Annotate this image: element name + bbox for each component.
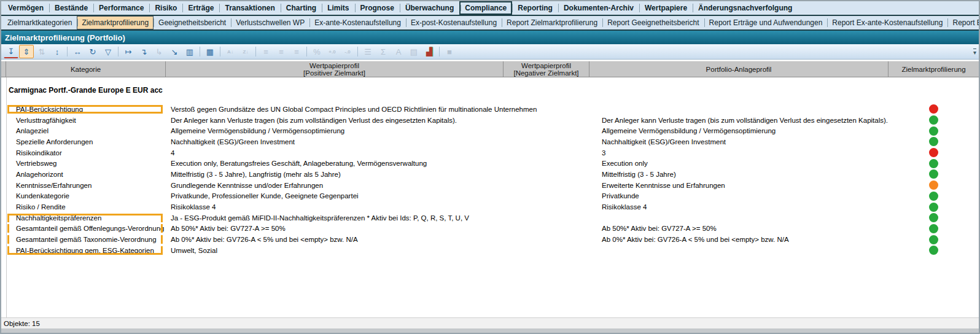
- portfolio-name: Carmignac Portf.-Grande Europe E EUR acc: [9, 86, 163, 95]
- subtab-report-ex-post-kostenaufstellung[interactable]: Report Ex-post-Kostenaufstellung: [947, 16, 980, 29]
- portfolio-anlageprofil-cell[interactable]: Nachhaltigkeit (ESG)/Green Investment: [589, 138, 889, 146]
- category-cell[interactable]: Verlusttragfähigkeit: [6, 117, 166, 124]
- wertpapierprofil-positiv-cell[interactable]: Der Anleger kann Verluste tragen (bis zu…: [166, 117, 504, 124]
- zielmarktprofilierung-cell[interactable]: [889, 246, 979, 255]
- zielmarktprofilierung-cell[interactable]: [889, 169, 979, 179]
- subtab-zielmarktkategorien[interactable]: Zielmarktkategorien: [2, 16, 77, 29]
- portfolio-anlageprofil-cell[interactable]: Mittelfristig (3 - 5 Jahre): [589, 171, 889, 178]
- column-insert-icon[interactable]: ↴: [136, 45, 151, 58]
- category-cell[interactable]: Kenntnisse/Erfahrungen: [6, 182, 166, 189]
- menu-tab-risiko[interactable]: Risiko: [149, 1, 182, 15]
- subtab-ex-post-kostenaufstellung[interactable]: Ex-post-Kostenaufstellung: [406, 16, 502, 29]
- subtab-verlustschwellen-wp[interactable]: Verlustschwellen WP: [231, 16, 309, 29]
- category-cell[interactable]: Risikoindikator: [6, 149, 166, 157]
- freeze-columns-icon[interactable]: ▦: [203, 45, 217, 58]
- menu-tab-compliance[interactable]: Compliance: [459, 1, 512, 15]
- zielmarktprofilierung-cell[interactable]: [889, 137, 979, 146]
- menu-tab-limits[interactable]: Limits: [322, 1, 354, 15]
- subtab-geeignetheitsbericht[interactable]: Geeignetheitsbericht: [154, 16, 231, 29]
- category-cell[interactable]: Gesamtanteil gemäß Offenlegungs-Verordnu…: [6, 225, 166, 232]
- portfolio-group-row[interactable]: Carmignac Portf.-Grande Europe E EUR acc: [1, 85, 979, 96]
- zielmarktprofilierung-cell[interactable]: [889, 148, 979, 157]
- expand-all-icon[interactable]: ⇕: [19, 45, 34, 58]
- zielmarktprofilierung-cell[interactable]: [889, 104, 979, 114]
- toolbar-overflow-icon[interactable]: ▾: [973, 49, 976, 55]
- zielmarktprofilierung-cell[interactable]: [889, 235, 979, 244]
- menu-tab-performance[interactable]: Performance: [93, 1, 149, 15]
- subtab-report-geeignetheitsbericht[interactable]: Report Geeignetheitsbericht: [602, 16, 704, 29]
- subtab-zielmarktprofilierung[interactable]: Zielmarktprofilierung: [77, 16, 154, 29]
- portfolio-anlageprofil-cell[interactable]: Ab 0%* Aktiv bei: GV726-A < 5% und bei <…: [589, 236, 889, 243]
- menu-tab-erträge[interactable]: Erträge: [182, 1, 219, 15]
- wertpapierprofil-positiv-cell[interactable]: Nachhaltigkeit (ESG)/Green Investment: [166, 138, 504, 146]
- portfolio-anlageprofil-cell[interactable]: Privatkunde: [589, 192, 889, 200]
- subtab-report-ex-ante-kostenaufstellung[interactable]: Report Ex-ante-Kostenaufstellung: [827, 16, 947, 29]
- portfolio-anlageprofil-cell[interactable]: Risikoklasse 4: [589, 203, 889, 211]
- resize-columns-icon[interactable]: ↔: [70, 45, 85, 58]
- portfolio-anlageprofil-cell[interactable]: Execution only: [589, 160, 889, 167]
- category-cell[interactable]: Risiko / Rendite: [6, 203, 166, 211]
- portfolio-anlageprofil-cell[interactable]: Der Anleger kann Verluste tragen (bis zu…: [589, 117, 889, 124]
- subtab-ex-ante-kostenaufstellung[interactable]: Ex-ante-Kostenaufstellung: [309, 16, 406, 29]
- chart-icon[interactable]: ▟: [422, 45, 437, 58]
- wertpapierprofil-positiv-cell[interactable]: Privatkunde, Professioneller Kunde, Geei…: [166, 192, 504, 200]
- category-cell[interactable]: Anlageziel: [6, 127, 166, 134]
- menu-tab-wertpapiere[interactable]: Wertpapiere: [639, 1, 693, 15]
- portfolio-anlageprofil-cell[interactable]: Allgemeine Vermögensbildung / Vermögenso…: [589, 127, 889, 134]
- menu-tab-vermögen[interactable]: Vermögen: [2, 1, 49, 15]
- group-columns-icon[interactable]: ▥: [182, 45, 197, 58]
- zielmarktprofilierung-cell[interactable]: [889, 181, 979, 190]
- zielmarktprofilierung-cell[interactable]: [889, 224, 979, 233]
- category-cell[interactable]: Vertriebsweg: [6, 160, 166, 167]
- menu-tab-transaktionen[interactable]: Transaktionen: [219, 1, 280, 15]
- menu-tab-reporting[interactable]: Reporting: [512, 1, 558, 15]
- menu-tab-änderungsnachverfolgung[interactable]: Änderungsnachverfolgung: [693, 1, 798, 15]
- category-cell[interactable]: Anlagehorizont: [6, 171, 166, 178]
- wertpapierprofil-positiv-cell[interactable]: Umwelt, Sozial: [166, 247, 504, 254]
- zielmarktprofilierung-cell[interactable]: [889, 126, 979, 136]
- wertpapierprofil-positiv-cell[interactable]: Ab 0%* Aktiv bei: GV726-A < 5% und bei <…: [166, 236, 504, 243]
- menu-tab-charting[interactable]: Charting: [281, 1, 322, 15]
- subtab-report-zielmarktprofilierung[interactable]: Report Zielmarktprofilierung: [502, 16, 602, 29]
- column-header-wertpapierprofil-negativer-zielmarkt[interactable]: Wertpapierprofil[Negativer Zielmarkt]: [504, 61, 589, 77]
- wertpapierprofil-positiv-cell[interactable]: Risikoklasse 4: [166, 203, 504, 211]
- wertpapierprofil-positiv-cell[interactable]: Ab 50%* Aktiv bei: GV727-A >= 50%: [166, 225, 504, 232]
- column-header-wertpapierprofil-positiver-zielmarkt[interactable]: Wertpapierprofil[Positiver Zielmarkt]: [166, 61, 504, 77]
- zielmarktprofilierung-cell[interactable]: [889, 159, 979, 168]
- wertpapierprofil-positiv-cell[interactable]: Allgemeine Vermögensbildung / Vermögenso…: [166, 127, 504, 134]
- refresh-icon[interactable]: ↻: [85, 45, 100, 58]
- category-cell[interactable]: PAI-Berücksichtigung gem. ESG-Kategorien: [6, 247, 166, 254]
- drill-down-icon[interactable]: ↘: [167, 45, 182, 58]
- zielmarktprofilierung-cell[interactable]: [889, 213, 979, 222]
- category-cell[interactable]: Spezielle Anforderungen: [6, 138, 166, 146]
- wertpapierprofil-positiv-cell[interactable]: Ja - ESG-Produkt gemäß MiFID-II-Nachhalt…: [166, 214, 504, 222]
- status-green-dot-icon: [929, 224, 938, 233]
- portfolio-anlageprofil-cell[interactable]: 3: [589, 149, 889, 157]
- column-header-portfolio-anlageprofil[interactable]: Portfolio-Anlageprofil: [589, 61, 889, 77]
- fit-height-icon[interactable]: ↕: [50, 45, 64, 58]
- zielmarktprofilierung-cell[interactable]: [889, 203, 979, 212]
- category-cell[interactable]: Kundenkategorie: [6, 192, 166, 200]
- portfolio-anlageprofil-cell[interactable]: Ab 50%* Aktiv bei: GV727-A >= 50%: [589, 225, 889, 232]
- menu-tab-bestände[interactable]: Bestände: [49, 1, 93, 15]
- export-icon[interactable]: ↧: [4, 45, 18, 58]
- category-cell[interactable]: Nachhaltigkeitspräferenzen: [6, 214, 166, 222]
- zielmarktprofilierung-cell[interactable]: [889, 192, 979, 201]
- wertpapierprofil-positiv-cell[interactable]: Execution only, Beratungsfreies Geschäft…: [166, 160, 504, 167]
- zielmarktprofilierung-cell[interactable]: [889, 115, 979, 125]
- menu-tab-überwachung[interactable]: Überwachung: [400, 1, 459, 15]
- category-cell[interactable]: Gesamtanteil gemäß Taxonomie-Verordnung: [6, 236, 166, 243]
- column-header-zielmarktprofilierung[interactable]: Zielmarktprofilierung: [889, 61, 979, 77]
- filter-icon[interactable]: ▽: [101, 45, 115, 58]
- column-header-kategorie[interactable]: Kategorie: [6, 61, 166, 77]
- wertpapierprofil-positiv-cell[interactable]: Grundlegende Kenntnisse und/oder Erfahru…: [166, 182, 504, 189]
- wertpapierprofil-positiv-cell[interactable]: 4: [166, 149, 504, 157]
- column-move-left-icon[interactable]: ↦: [121, 45, 136, 58]
- category-cell[interactable]: PAI-Berücksichtigung: [6, 106, 166, 113]
- wertpapierprofil-positiv-cell[interactable]: Verstoß gegen Grundsätze des UN Global C…: [166, 106, 504, 113]
- wertpapierprofil-positiv-cell[interactable]: Mittelfristig (3 - 5 Jahre), Langfristig…: [166, 171, 504, 178]
- menu-tab-prognose[interactable]: Prognose: [355, 1, 400, 15]
- subtab-report-erträge-und-aufwendungen[interactable]: Report Erträge und Aufwendungen: [704, 16, 828, 29]
- portfolio-anlageprofil-cell[interactable]: Erweiterte Kenntnisse und Erfahrungen: [589, 182, 889, 189]
- menu-tab-dokumenten-archiv[interactable]: Dokumenten-Archiv: [558, 1, 639, 15]
